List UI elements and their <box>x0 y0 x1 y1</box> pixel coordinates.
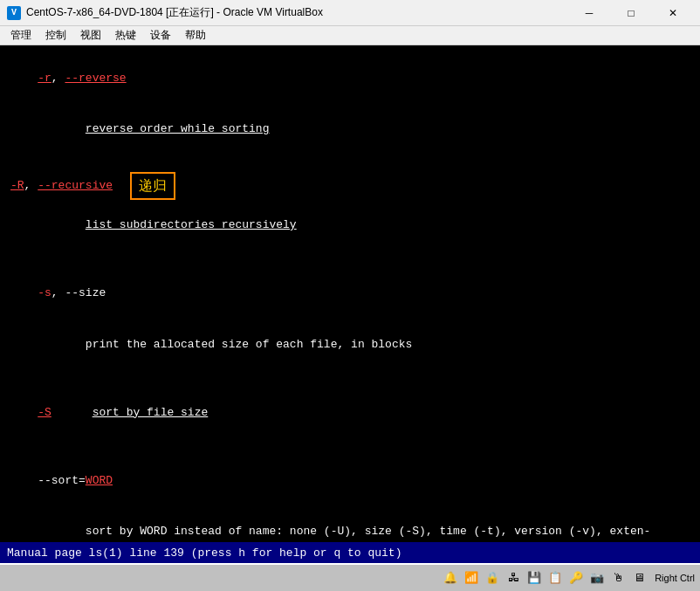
menu-bar: 管理 控制 视图 热键 设备 帮助 <box>0 26 700 45</box>
sort-word: WORD <box>86 474 113 487</box>
S-flag-line: -S sort by file size <box>10 387 690 438</box>
R-flag-line: -R, --recursive 递归 <box>10 172 690 200</box>
s-flag: -s <box>38 286 51 299</box>
R-desc: list subdirectories recursively <box>86 218 297 231</box>
window-controls: ─ □ ✕ <box>569 0 693 26</box>
taskbar-icon-7[interactable]: 🔑 <box>567 569 585 587</box>
S-flag: -S <box>38 406 51 419</box>
taskbar-icon-3[interactable]: 🔒 <box>484 569 501 587</box>
blank2 <box>10 251 690 268</box>
taskbar: 🔔 📶 🔒 🖧 💾 📋 🔑 📷 🖱 🖥 Right Ctrl <box>0 563 700 591</box>
blank4 <box>10 438 690 456</box>
r-desc: reverse order while sorting <box>86 122 270 135</box>
taskbar-icon-2[interactable]: 📶 <box>463 569 480 587</box>
menu-hotkey[interactable]: 热键 <box>108 26 143 45</box>
minimize-button[interactable]: ─ <box>569 0 609 26</box>
taskbar-icon-9[interactable]: 🖱 <box>609 569 627 587</box>
r-flag-line: -r, --reverse <box>10 52 690 104</box>
terminal-area[interactable]: -r, --reverse reverse order while sortin… <box>0 45 700 542</box>
menu-help[interactable]: 帮助 <box>178 26 213 45</box>
status-text: Manual page ls(1) line 139 (press h for … <box>7 546 401 560</box>
close-button[interactable]: ✕ <box>653 0 693 26</box>
r-desc-line: reverse order while sorting <box>10 104 690 155</box>
window-title: CentOS-7-x86_64-DVD-1804 [正在运行] - Oracle… <box>26 5 564 20</box>
s-desc-line: print the allocated size of each file, i… <box>10 319 690 370</box>
taskbar-icon-10[interactable]: 🖥 <box>630 569 648 587</box>
maximize-button[interactable]: □ <box>611 0 651 26</box>
R-desc-line: list subdirectories recursively <box>10 200 690 251</box>
blank3 <box>10 370 690 388</box>
taskbar-icon-4[interactable]: 🖧 <box>504 569 522 587</box>
taskbar-icon-6[interactable]: 📋 <box>546 569 564 587</box>
s-flag-line: -s, --size <box>10 268 690 320</box>
taskbar-icon-1[interactable]: 🔔 <box>442 569 459 587</box>
menu-devices[interactable]: 设备 <box>143 26 178 45</box>
R-long-flag: --recursive <box>38 177 113 195</box>
sort-flag-line: --sort=WORD <box>10 455 690 506</box>
S-desc: sort by file size <box>93 406 209 419</box>
blank1 <box>10 155 690 172</box>
menu-manage[interactable]: 管理 <box>3 26 38 45</box>
right-ctrl-label: Right Ctrl <box>655 573 695 583</box>
title-bar: V CentOS-7-x86_64-DVD-1804 [正在运行] - Orac… <box>0 0 700 26</box>
recursive-popup: 递归 <box>130 172 175 200</box>
r-long-flag: --reverse <box>65 72 126 85</box>
taskbar-icon-8[interactable]: 📷 <box>588 569 606 587</box>
menu-control[interactable]: 控制 <box>38 26 73 45</box>
taskbar-icon-5[interactable]: 💾 <box>525 569 543 587</box>
R-flag: -R <box>10 177 24 195</box>
r-flag: -r <box>38 72 51 85</box>
menu-view[interactable]: 视图 <box>73 26 108 45</box>
sort-desc-line1: sort by WORD instead of name: none (-U),… <box>10 506 690 543</box>
status-bar: Manual page ls(1) line 139 (press h for … <box>0 542 700 563</box>
app-icon: V <box>7 6 21 20</box>
